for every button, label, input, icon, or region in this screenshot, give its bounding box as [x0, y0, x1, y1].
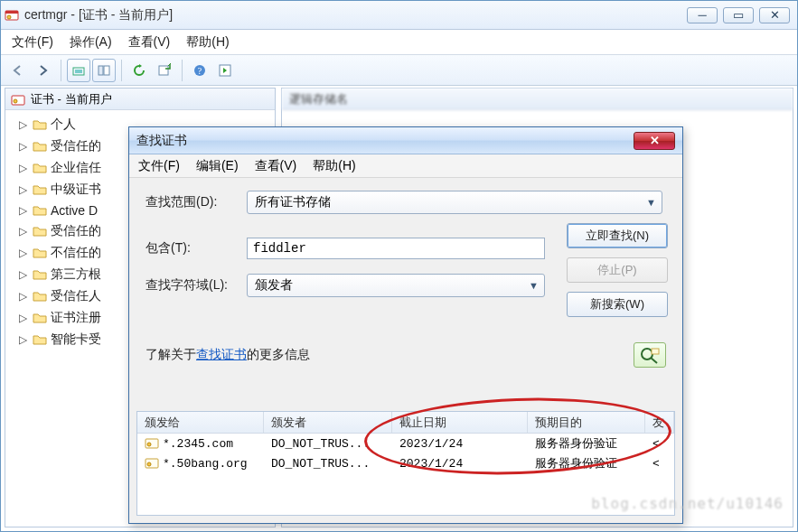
expand-glyph-icon[interactable]: ▷ — [16, 312, 29, 324]
tree-root[interactable]: 证书 - 当前用户 — [5, 89, 275, 110]
find-now-button[interactable]: 立即查找(N) — [567, 223, 668, 248]
svg-point-2 — [7, 15, 11, 19]
menu-file[interactable]: 文件(F) — [12, 34, 53, 51]
svg-rect-6 — [104, 66, 109, 75]
tree-item-label: 受信任的 — [51, 223, 101, 239]
certificate-icon — [145, 457, 159, 470]
folder-icon — [33, 118, 47, 131]
refresh-button[interactable] — [127, 59, 151, 82]
expand-glyph-icon[interactable]: ▷ — [16, 118, 29, 131]
svg-rect-5 — [99, 66, 103, 75]
results-list[interactable]: 颁发给 颁发者 截止日期 预期目的 友 *.2345.comDO_NOT_TRU… — [136, 411, 675, 516]
maximize-button[interactable]: ▭ — [723, 7, 754, 23]
col-purpose[interactable]: 预期目的 — [528, 412, 645, 433]
expand-glyph-icon[interactable]: ▷ — [16, 247, 29, 259]
main-menubar: 文件(F) 操作(A) 查看(V) 帮助(H) — [1, 30, 797, 55]
menu-view[interactable]: 查看(V) — [128, 34, 171, 51]
chevron-down-icon: ▼ — [646, 197, 656, 208]
find-cert-help-link[interactable]: 查找证书 — [196, 347, 247, 361]
dlg-menu-file[interactable]: 文件(F) — [138, 158, 180, 174]
main-toolbar: ? — [1, 55, 797, 86]
col-issuer[interactable]: 颁发者 — [264, 412, 392, 433]
info-suffix: 的更多信息 — [247, 347, 310, 361]
menu-action[interactable]: 操作(A) — [70, 34, 112, 51]
toolbar-separator — [182, 60, 183, 81]
tree-item-label: Active D — [51, 203, 98, 218]
tree-item-label: 智能卡受 — [51, 331, 101, 348]
contains-input[interactable] — [247, 238, 545, 259]
folder-icon — [33, 333, 47, 346]
expand-glyph-icon[interactable]: ▷ — [16, 183, 29, 196]
minimize-button[interactable]: ─ — [687, 7, 718, 23]
dlg-menu-help[interactable]: 帮助(H) — [313, 158, 355, 174]
properties-button[interactable] — [213, 59, 237, 82]
expand-glyph-icon[interactable]: ▷ — [16, 204, 29, 217]
tree-item-label: 受信任人 — [51, 288, 101, 304]
dlg-menu-view[interactable]: 查看(V) — [255, 158, 297, 174]
up-level-button[interactable] — [67, 59, 90, 82]
svg-line-14 — [651, 358, 657, 363]
folder-icon — [33, 162, 47, 174]
col-friendly[interactable]: 友 — [645, 412, 674, 433]
folder-icon — [33, 204, 47, 217]
expand-glyph-icon[interactable]: ▷ — [16, 225, 29, 238]
info-text: 了解关于查找证书的更多信息 — [146, 347, 310, 363]
folder-icon — [33, 268, 47, 281]
contains-label: 包含(T): — [146, 240, 247, 257]
tree-item-label: 证书注册 — [51, 310, 101, 326]
svg-point-17 — [147, 443, 151, 446]
tree-item-label: 企业信任 — [51, 160, 101, 176]
svg-point-12 — [14, 99, 17, 103]
folder-icon — [33, 140, 47, 153]
dialog-titlebar: 查找证书 ✕ — [129, 127, 682, 154]
main-list-header: 逻辑存储名 — [282, 89, 793, 110]
col-issued-to[interactable]: 颁发给 — [137, 412, 264, 433]
magnifier-cert-icon[interactable] — [634, 342, 666, 368]
main-titlebar: certmgr - [证书 - 当前用户] ─ ▭ ✕ — [1, 1, 797, 30]
expand-glyph-icon[interactable]: ▷ — [16, 162, 29, 174]
dlg-menu-edit[interactable]: 编辑(E) — [196, 158, 239, 174]
svg-rect-1 — [5, 11, 18, 14]
show-hide-tree-button[interactable] — [92, 59, 116, 82]
expand-glyph-icon[interactable]: ▷ — [16, 290, 29, 303]
help-button[interactable]: ? — [188, 59, 211, 82]
tree-item-label: 不信任的 — [51, 245, 101, 261]
new-search-button[interactable]: 新搜索(W) — [567, 292, 668, 317]
info-prefix: 了解关于 — [146, 347, 196, 361]
dialog-close-button[interactable]: ✕ — [634, 132, 675, 150]
close-button[interactable]: ✕ — [759, 7, 790, 23]
forward-button[interactable] — [32, 59, 55, 82]
svg-rect-15 — [652, 349, 659, 354]
toolbar-separator — [121, 60, 122, 81]
scope-combo-value: 所有证书存储 — [255, 194, 331, 210]
export-button[interactable] — [153, 59, 176, 82]
tree-item-label: 个人 — [51, 117, 76, 133]
folder-icon — [33, 290, 47, 303]
expand-glyph-icon[interactable]: ▷ — [16, 268, 29, 281]
expand-glyph-icon[interactable]: ▷ — [16, 140, 29, 153]
svg-text:?: ? — [198, 66, 202, 76]
cert-root-icon — [11, 93, 25, 106]
expand-glyph-icon[interactable]: ▷ — [16, 333, 29, 346]
find-cert-dialog: 查找证书 ✕ 文件(F) 编辑(E) 查看(V) 帮助(H) 查找范围(D): … — [128, 126, 683, 524]
back-button[interactable] — [6, 59, 30, 82]
toolbar-separator — [61, 60, 61, 81]
folder-icon — [33, 247, 47, 259]
tree-root-label: 证书 - 当前用户 — [31, 91, 112, 107]
field-combo[interactable]: 颁发者 ▼ — [247, 274, 545, 297]
result-row[interactable]: *.2345.comDO_NOT_TRUS...2023/1/24服务器身份验证… — [137, 434, 674, 453]
col-expiry[interactable]: 截止日期 — [392, 412, 528, 433]
dialog-menubar: 文件(F) 编辑(E) 查看(V) 帮助(H) — [129, 154, 682, 178]
svg-rect-7 — [159, 66, 168, 75]
main-title: certmgr - [证书 - 当前用户] — [24, 7, 687, 23]
window-buttons: ─ ▭ ✕ — [687, 7, 790, 23]
certificate-icon — [145, 437, 159, 450]
field-combo-value: 颁发者 — [255, 277, 293, 294]
folder-icon — [33, 183, 47, 196]
tree-item-label: 中级证书 — [51, 182, 101, 198]
scope-combo[interactable]: 所有证书存储 ▼ — [247, 191, 662, 214]
result-row[interactable]: *.50bang.orgDO_NOT_TRUS...2023/1/24服务器身份… — [137, 453, 674, 473]
tree-item-label: 受信任的 — [51, 138, 101, 154]
menu-help[interactable]: 帮助(H) — [186, 34, 229, 51]
folder-icon — [33, 312, 47, 324]
